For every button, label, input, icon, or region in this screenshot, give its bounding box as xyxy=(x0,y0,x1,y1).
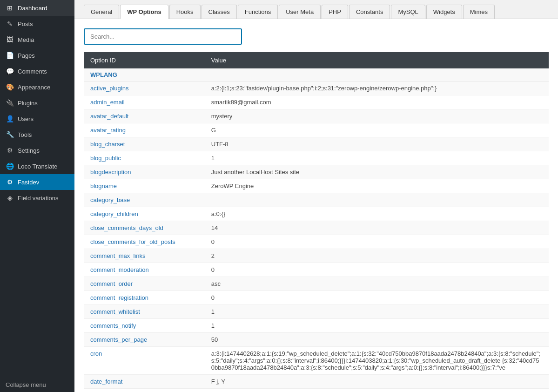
option-id-comment_max_links[interactable]: comment_max_links xyxy=(84,249,205,263)
posts-icon: ✎ xyxy=(6,20,14,28)
table-row: comments_per_page50 xyxy=(84,333,549,347)
section-row: WPLANG xyxy=(84,68,549,81)
option-id-category_base[interactable]: category_base xyxy=(84,193,205,207)
table-row: comment_whitelist1 xyxy=(84,305,549,319)
table-row: admin_emailsmartik89@gmail.com xyxy=(84,95,549,109)
table-row: active_pluginsa:2:{i:1;s:23:"fastdev/plu… xyxy=(84,81,549,95)
option-value-avatar_rating: G xyxy=(205,123,549,137)
sidebar-label-media: Media xyxy=(18,36,34,43)
search-input[interactable] xyxy=(84,28,242,45)
tab-mimes[interactable]: Mimes xyxy=(463,5,495,19)
option-id-comment_order[interactable]: comment_order xyxy=(84,277,205,291)
sidebar-label-comments: Comments xyxy=(18,68,47,75)
tab-widgets[interactable]: Widgets xyxy=(426,5,462,19)
sidebar-item-loco-translate[interactable]: 🌐Loco Translate xyxy=(0,158,74,174)
option-value-blog_public: 1 xyxy=(205,151,549,165)
pages-icon: 📄 xyxy=(6,51,14,60)
tools-icon: 🔧 xyxy=(6,130,14,139)
option-value-cron: a:3:{i:1474402628;a:1:{s:19:"wp_schedule… xyxy=(205,347,549,375)
option-value-blog_charset: UTF-8 xyxy=(205,137,549,151)
table-row: crona:3:{i:1474402628;a:1:{s:19:"wp_sche… xyxy=(84,347,549,375)
section-label: WPLANG xyxy=(84,68,549,81)
option-value-comments_per_page: 50 xyxy=(205,333,549,347)
users-icon: 👤 xyxy=(6,115,14,123)
table-row: comment_max_links2 xyxy=(84,249,549,263)
option-value-comment_moderation: 0 xyxy=(205,263,549,277)
column-header-value: Value xyxy=(205,52,549,68)
table-row: avatar_defaultmystery xyxy=(84,109,549,123)
option-id-cron[interactable]: cron xyxy=(84,347,205,375)
main-content: GeneralWP OptionsHooksClassesFunctionsUs… xyxy=(74,0,558,392)
sidebar-item-dashboard[interactable]: ⊞Dashboard xyxy=(0,0,74,16)
appearance-icon: 🎨 xyxy=(6,83,14,91)
option-value-comment_registration: 0 xyxy=(205,291,549,305)
option-id-comments_notify[interactable]: comments_notify xyxy=(84,319,205,333)
tab-hooks[interactable]: Hooks xyxy=(169,5,201,19)
sidebar-item-tools[interactable]: 🔧Tools xyxy=(0,127,74,142)
table-row: close_comments_days_old14 xyxy=(84,221,549,235)
option-value-close_comments_for_old_posts: 0 xyxy=(205,235,549,249)
option-id-blog_public[interactable]: blog_public xyxy=(84,151,205,165)
table-row: comment_orderasc xyxy=(84,277,549,291)
collapse-menu[interactable]: Collapse menu xyxy=(0,378,74,392)
sidebar-label-field-variations: Field variations xyxy=(18,195,58,202)
sidebar-item-appearance[interactable]: 🎨Appearance xyxy=(0,79,74,95)
field-variations-icon: ◈ xyxy=(6,194,14,202)
option-id-active_plugins[interactable]: active_plugins xyxy=(84,81,205,95)
media-icon: 🖼 xyxy=(6,35,14,44)
tab-wp-options[interactable]: WP Options xyxy=(120,5,168,19)
tab-constants[interactable]: Constants xyxy=(349,5,390,19)
option-value-active_plugins: a:2:{i:1;s:23:"fastdev/plugin-base.php";… xyxy=(205,81,549,95)
tab-user-meta[interactable]: User Meta xyxy=(279,5,321,19)
sidebar-item-fastdev[interactable]: ⚙Fastdev xyxy=(0,174,74,190)
option-id-category_children[interactable]: category_children xyxy=(84,207,205,221)
sidebar-item-users[interactable]: 👤Users xyxy=(0,111,74,127)
table-body: WPLANGactive_pluginsa:2:{i:1;s:23:"fastd… xyxy=(84,68,549,389)
option-id-close_comments_days_old[interactable]: close_comments_days_old xyxy=(84,221,205,235)
option-id-comment_registration[interactable]: comment_registration xyxy=(84,291,205,305)
sidebar-label-loco-translate: Loco Translate xyxy=(18,163,57,170)
tab-classes[interactable]: Classes xyxy=(202,5,237,19)
sidebar-item-pages[interactable]: 📄Pages xyxy=(0,47,74,63)
option-value-close_comments_days_old: 14 xyxy=(205,221,549,235)
sidebar-label-dashboard: Dashboard xyxy=(18,5,47,12)
tab-mysql[interactable]: MySQL xyxy=(391,5,425,19)
option-id-blog_charset[interactable]: blog_charset xyxy=(84,137,205,151)
sidebar-label-posts: Posts xyxy=(18,20,33,27)
sidebar-item-media[interactable]: 🖼Media xyxy=(0,32,74,47)
dashboard-icon: ⊞ xyxy=(6,4,14,12)
option-id-blogdescription[interactable]: blogdescription xyxy=(84,165,205,179)
tab-php[interactable]: PHP xyxy=(322,5,348,19)
tabs-bar: GeneralWP OptionsHooksClassesFunctionsUs… xyxy=(74,0,558,19)
fastdev-icon: ⚙ xyxy=(6,178,14,186)
option-value-comment_max_links: 2 xyxy=(205,249,549,263)
comments-icon: 💬 xyxy=(6,67,14,75)
option-id-comment_whitelist[interactable]: comment_whitelist xyxy=(84,305,205,319)
sidebar-item-settings[interactable]: ⚙Settings xyxy=(0,142,74,158)
sidebar-item-field-variations[interactable]: ◈Field variations xyxy=(0,190,74,206)
tab-functions[interactable]: Functions xyxy=(238,5,278,19)
sidebar-item-comments[interactable]: 💬Comments xyxy=(0,63,74,79)
option-id-comment_moderation[interactable]: comment_moderation xyxy=(84,263,205,277)
option-id-close_comments_for_old_posts[interactable]: close_comments_for_old_posts xyxy=(84,235,205,249)
option-id-date_format[interactable]: date_format xyxy=(84,375,205,389)
column-header-option-id: Option ID xyxy=(84,52,205,68)
sidebar-label-appearance: Appearance xyxy=(18,84,50,91)
sidebar-label-fastdev: Fastdev xyxy=(18,179,39,186)
sidebar-item-plugins[interactable]: 🔌Plugins xyxy=(0,95,74,111)
sidebar-item-posts[interactable]: ✎Posts xyxy=(0,16,74,32)
plugins-icon: 🔌 xyxy=(6,99,14,107)
option-id-admin_email[interactable]: admin_email xyxy=(84,95,205,109)
table-row: category_childrena:0:{} xyxy=(84,207,549,221)
content-area: Option ID Value WPLANGactive_pluginsa:2:… xyxy=(74,19,558,392)
option-id-avatar_rating[interactable]: avatar_rating xyxy=(84,123,205,137)
table-row: comments_notify1 xyxy=(84,319,549,333)
option-value-comments_notify: 1 xyxy=(205,319,549,333)
option-id-comments_per_page[interactable]: comments_per_page xyxy=(84,333,205,347)
option-id-blogname[interactable]: blogname xyxy=(84,179,205,193)
option-id-avatar_default[interactable]: avatar_default xyxy=(84,109,205,123)
options-table: Option ID Value WPLANGactive_pluginsa:2:… xyxy=(84,52,549,389)
option-value-date_format: F j, Y xyxy=(205,375,549,389)
tab-general[interactable]: General xyxy=(84,5,119,19)
option-value-category_children: a:0:{} xyxy=(205,207,549,221)
